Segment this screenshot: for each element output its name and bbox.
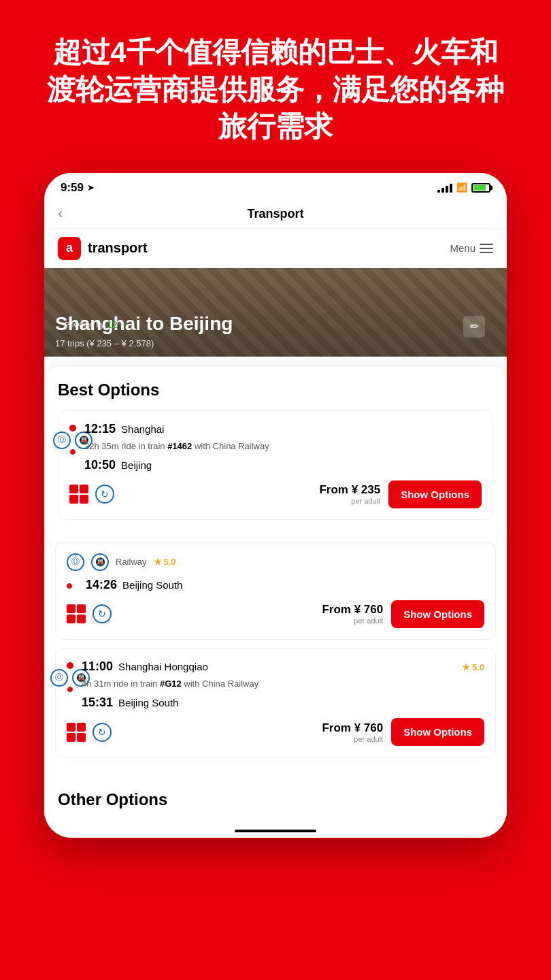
signal-icon <box>437 183 452 193</box>
arrive-city-2: Beijing South <box>122 579 182 591</box>
refresh-icon-3: ↻ <box>93 723 112 742</box>
timeline-col-3: Ⓞ 🚇 <box>67 659 73 692</box>
trip-card-3: Ⓞ 🚇 11:00 Shanghai Hongqiao 4h 31m ride … <box>55 648 496 757</box>
edit-icon[interactable]: ✏ <box>463 316 485 338</box>
depart-info-3: 11:00 Shanghai Hongqiao <box>82 659 484 674</box>
phone-mockup: 9:59 ➤ 📶 ‹ Transport a transport Menu <box>44 173 507 838</box>
arrive-dot-2 <box>67 583 72 589</box>
route-subtitle: 17 trips (¥ 235 – ¥ 2,578) <box>55 338 496 348</box>
powered-logo: 12→ <box>107 319 127 330</box>
refresh-icon-2: ↻ <box>93 604 112 623</box>
per-adult-2: per adult <box>322 617 383 625</box>
best-options-section: Best Options Ⓞ 🚇 12:15 Shangh <box>44 367 507 542</box>
qr-icon <box>69 485 88 504</box>
status-time: 9:59 <box>61 181 84 195</box>
arrive-time-3: 15:31 <box>82 696 113 710</box>
app-header: a transport Menu <box>44 229 507 268</box>
footer-icons: ↻ <box>69 485 114 504</box>
powered-by: Powered by 12→ <box>65 319 127 330</box>
depart-dot-3 <box>67 662 73 669</box>
trip-footer-3: ↻ From ¥ 760 per adult Show Options <box>67 718 484 746</box>
arrive-dot <box>70 449 76 455</box>
per-adult-1: per adult <box>319 497 380 505</box>
hero-text: 超过4千个值得信赖的巴士、火车和渡轮运营商提供服务，满足您的各种旅行需求 <box>0 0 551 173</box>
back-button[interactable]: ‹ <box>58 205 63 223</box>
train-icon-2: 🚇 <box>91 553 109 571</box>
price-section-1: From ¥ 235 per adult <box>319 483 380 505</box>
refresh-icon: ↻ <box>95 485 114 504</box>
price-section-3: From ¥ 760 per adult <box>322 721 383 743</box>
metro-icon-2: Ⓞ <box>67 553 84 571</box>
other-options-title: Other Options <box>44 779 507 817</box>
logo-icon: a <box>58 237 81 260</box>
depart-time: 12:15 <box>84 422 116 436</box>
railway-label-2: Railway <box>116 557 147 567</box>
menu-label: Menu <box>450 242 475 254</box>
arrive-time: 10:50 <box>84 458 116 472</box>
wifi-icon: 📶 <box>456 182 467 193</box>
arrive-dot-3 <box>67 687 73 692</box>
price-label-1: From ¥ 235 <box>319 483 380 496</box>
trip-card-1: Ⓞ 🚇 12:15 Shanghai 22h 35m ride in train… <box>58 410 493 520</box>
hamburger-icon <box>480 244 493 253</box>
menu-button[interactable]: Menu <box>450 242 493 254</box>
show-options-button-2[interactable]: Show Options <box>391 600 484 628</box>
route-details-1: 12:15 Shanghai 22h 35m ride in train #14… <box>84 422 482 475</box>
timeline-col-1: Ⓞ 🚇 <box>69 422 76 455</box>
depart-time-3: 11:00 <box>82 659 113 674</box>
other-options-section: Other Options <box>44 774 507 817</box>
footer-icons-2: ↻ <box>67 604 112 623</box>
show-options-button-3[interactable]: Show Options <box>391 718 484 746</box>
arrive-city-3: Beijing South <box>118 697 178 708</box>
route-row-1: Ⓞ 🚇 12:15 Shanghai 22h 35m ride in train… <box>69 422 482 475</box>
qr-icon-2 <box>67 604 86 623</box>
home-indicator <box>235 830 316 832</box>
app-logo: a transport <box>58 237 148 260</box>
per-adult-3: per adult <box>322 735 383 743</box>
price-label-3: From ¥ 760 <box>322 721 383 734</box>
status-icons: 📶 <box>437 182 490 193</box>
qr-icon-3 <box>67 723 86 742</box>
nav-title: Transport <box>247 207 303 221</box>
route-details-3: 11:00 Shanghai Hongqiao 4h 31m ride in t… <box>82 659 484 713</box>
trip-footer-1: ↻ From ¥ 235 per adult Show Options <box>69 480 482 508</box>
metro-icon: Ⓞ <box>53 431 71 449</box>
trip-description-1: 22h 35m ride in train #1462 with China R… <box>84 440 482 453</box>
arrive-info-3: 15:31 Beijing South <box>82 696 484 710</box>
trip-description-3: 4h 31m ride in train #G12 with China Rai… <box>82 678 484 690</box>
best-options-title: Best Options <box>58 380 493 399</box>
footer-icons-3: ↻ <box>67 723 112 742</box>
trip-card-2: Ⓞ 🚇 Railway ★5.0 14:26 Beijing South <box>55 542 496 640</box>
trip-footer-2: ↻ From ¥ 760 per adult Show Options <box>67 600 484 628</box>
bottom-bar <box>44 817 507 838</box>
arrive-city: Beijing <box>121 459 152 471</box>
price-section-2: From ¥ 760 per adult <box>322 603 383 625</box>
metro-icon-3: Ⓞ <box>50 669 68 687</box>
price-label-2: From ¥ 760 <box>322 603 383 616</box>
depart-city-3: Shanghai Hongqiao <box>118 661 208 672</box>
route-row-3: Ⓞ 🚇 11:00 Shanghai Hongqiao 4h 31m ride … <box>67 659 484 713</box>
logo-text: transport <box>88 240 148 256</box>
arrive-time-2: 14:26 <box>86 578 117 592</box>
location-icon: ➤ <box>87 182 95 193</box>
depart-dot <box>69 425 76 431</box>
star-badge-2: ★5.0 <box>154 557 176 567</box>
star-badge-3: ★5.0 <box>462 662 484 672</box>
route-banner: Powered by 12→ Shanghai to Beijing 17 tr… <box>44 268 507 357</box>
depart-city: Shanghai <box>121 423 164 435</box>
nav-bar: ‹ Transport <box>44 200 507 229</box>
arrive-info: 10:50 Beijing <box>84 458 482 472</box>
arrive-row-partial: 14:26 Beijing South <box>67 578 484 592</box>
partial-trip-container: Ⓞ 🚇 Railway ★5.0 14:26 Beijing South <box>44 542 507 774</box>
battery-icon <box>471 183 490 193</box>
status-bar: 9:59 ➤ 📶 <box>44 173 507 200</box>
depart-info: 12:15 Shanghai <box>84 422 482 436</box>
show-options-button-1[interactable]: Show Options <box>388 480 482 508</box>
